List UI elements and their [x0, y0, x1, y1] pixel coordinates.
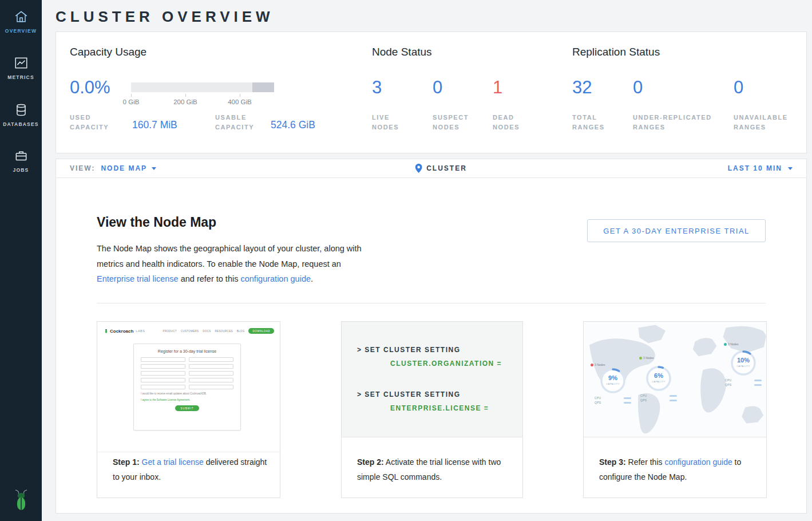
configuration-guide-link[interactable]: configuration guide — [664, 457, 732, 467]
capacity-gauge: 6% CAPACITY CPU QPS — [645, 365, 672, 392]
sidebar-item-label: JOBS — [0, 167, 42, 173]
enterprise-trial-button[interactable]: GET A 30-DAY ENTERPRISE TRIAL — [587, 219, 766, 242]
step2-card: > SET CLUSTER SETTING CLUSTER.ORGANIZATI… — [341, 321, 523, 498]
sidebar-item-label: DATABASES — [0, 121, 42, 127]
mock-form-title: Register for a 30-day trial license — [134, 349, 240, 353]
get-trial-license-link[interactable]: Get a trial license — [142, 457, 204, 467]
cockroach-logo[interactable] — [0, 489, 42, 514]
database-icon — [14, 102, 29, 117]
gauge-caption: CAPACITY — [600, 382, 626, 385]
used-capacity-label: USED CAPACITY — [70, 113, 117, 132]
gauge-percent: 9% — [600, 374, 626, 381]
cockroach-logo-icon — [13, 489, 30, 512]
capacity-gauge: 10% CAPACITY CPU QPS — [730, 350, 756, 376]
gauge-stats: CPU QPS — [595, 395, 631, 404]
suspect-nodes-value: 0 — [433, 78, 480, 97]
briefcase-icon — [14, 148, 29, 163]
locality-dot-icon — [639, 357, 642, 360]
mock-nav: PRODUCT CUSTOMERS DOCS RESOURCES BLOG DO… — [163, 328, 274, 334]
sidebar-item-jobs[interactable]: JOBS — [0, 148, 42, 173]
gauge-percent: 10% — [730, 357, 756, 364]
step3-caption: Step 3: Refer this configuration guide t… — [599, 455, 756, 484]
step3-nodemap-preview: 3 Nodes 3 Nodes 3 Nodes 9% CAPACITY — [584, 322, 766, 437]
code-line: > SET CLUSTER SETTING — [357, 346, 461, 354]
sidebar-item-label: OVERVIEW — [0, 28, 42, 34]
under-replicated-ranges-value: 0 — [633, 78, 726, 97]
locality-dot-icon — [724, 343, 727, 346]
dead-nodes-label: DEAD NODES — [493, 113, 540, 132]
step1-screenshot: Cockroach LABS PRODUCT CUSTOMERS DOCS RE… — [97, 322, 280, 452]
cockroachdb-admin-ui: OVERVIEW METRICS DATABASES JOBS — [0, 0, 812, 521]
mock-form-fields — [141, 357, 233, 389]
step2-caption: Step 2: Activate the trial license with … — [357, 455, 512, 484]
suspect-nodes-label: SUSPECT NODES — [433, 113, 480, 132]
view-label: VIEW: — [70, 164, 95, 172]
mock-form-note: I would like to receive email updates ab… — [141, 392, 233, 396]
under-replicated-ranges-stat: 0 UNDER-REPLICATED RANGES — [633, 78, 726, 132]
breadcrumb-cluster-label: CLUSTER — [426, 164, 467, 172]
used-capacity-value: 160.7 MiB — [132, 119, 177, 131]
sidebar-item-databases[interactable]: DATABASES — [0, 102, 42, 127]
page-title: CLUSTER OVERVIEW — [56, 7, 274, 26]
step1-label: Step 1: — [113, 457, 140, 467]
total-ranges-stat: 32 TOTAL RANGES — [572, 78, 619, 132]
view-selector-value: NODE MAP — [101, 164, 147, 172]
home-icon — [14, 9, 29, 24]
locality-pin: 3 Nodes — [639, 356, 654, 360]
enterprise-trial-license-link[interactable]: Enterprise trial license — [97, 274, 179, 283]
axis-tick — [185, 94, 186, 97]
gauge-stats: CPU QPS — [640, 393, 677, 402]
chevron-down-icon — [788, 167, 793, 170]
locality-pin: 3 Nodes — [591, 363, 605, 366]
capacity-used-percent: 0.0% — [70, 78, 110, 97]
under-replicated-ranges-label: UNDER-REPLICATED RANGES — [633, 113, 726, 132]
usable-capacity-value: 524.6 GiB — [271, 119, 315, 131]
view-selector-dropdown[interactable]: NODE MAP — [101, 164, 156, 172]
mock-submit-button: SUBMIT — [175, 405, 199, 411]
location-pin-icon — [415, 164, 422, 173]
code-line: CLUSTER.ORGANIZATION = — [390, 360, 502, 368]
sidebar-item-label: METRICS — [0, 74, 42, 80]
live-nodes-label: LIVE NODES — [372, 113, 419, 132]
unavailable-ranges-value: 0 — [734, 78, 798, 97]
total-ranges-label: TOTAL RANGES — [572, 113, 619, 132]
axis-tick — [131, 94, 132, 97]
panel-title: View the Node Map — [97, 215, 216, 230]
capacity-bar — [131, 82, 274, 92]
unavailable-ranges-stat: 0 UNAVAILABLE RANGES — [734, 78, 798, 132]
capacity-usage-title: Capacity Usage — [70, 46, 146, 58]
capacity-bar-reserved-segment — [252, 82, 274, 92]
sidebar-item-metrics[interactable]: METRICS — [0, 56, 42, 80]
gauge-stats: CPU QPS — [725, 377, 762, 386]
sidebar-item-overview[interactable]: OVERVIEW — [0, 9, 42, 34]
step1-caption: Step 1: Get a trial license delivered st… — [113, 455, 270, 484]
chevron-down-icon — [152, 167, 156, 170]
gauge-percent: 6% — [645, 372, 672, 379]
locality-pin: 3 Nodes — [724, 342, 739, 346]
capacity-gauge: 9% CAPACITY CPU QPS — [600, 368, 626, 394]
total-ranges-value: 32 — [572, 78, 619, 97]
view-bar: VIEW: NODE MAP CLUSTER LAST 10 MIN — [56, 159, 807, 178]
mock-form-note: I agree to the Software License Agreemen… — [141, 398, 233, 402]
sidebar: OVERVIEW METRICS DATABASES JOBS — [0, 0, 42, 521]
live-nodes-value: 3 — [372, 78, 419, 97]
axis-tick-label: 200 GiB — [168, 98, 203, 105]
configuration-guide-link[interactable]: configuration guide — [240, 274, 311, 283]
axis-tick — [240, 94, 240, 97]
panel-description: The Node Map shows the geographical layo… — [97, 241, 374, 287]
dead-nodes-stat: 1 DEAD NODES — [493, 78, 540, 132]
breadcrumb[interactable]: CLUSTER — [415, 159, 467, 177]
step2-code-block: > SET CLUSTER SETTING CLUSTER.ORGANIZATI… — [342, 322, 522, 437]
axis-tick-label: 400 GiB — [223, 98, 257, 105]
time-range-dropdown[interactable]: LAST 10 MIN — [728, 159, 793, 177]
bug-icon — [104, 328, 108, 334]
step3-label: Step 3: — [599, 457, 626, 467]
suspect-nodes-stat: 0 SUSPECT NODES — [433, 78, 480, 132]
chart-icon — [14, 56, 29, 70]
node-map-panel: View the Node Map The Node Map shows the… — [56, 177, 807, 514]
live-nodes-stat: 3 LIVE NODES — [372, 78, 419, 132]
step2-label: Step 2: — [357, 457, 384, 467]
step1-card: Cockroach LABS PRODUCT CUSTOMERS DOCS RE… — [97, 321, 280, 498]
time-range-value: LAST 10 MIN — [728, 164, 782, 172]
replication-status-title: Replication Status — [572, 46, 660, 58]
